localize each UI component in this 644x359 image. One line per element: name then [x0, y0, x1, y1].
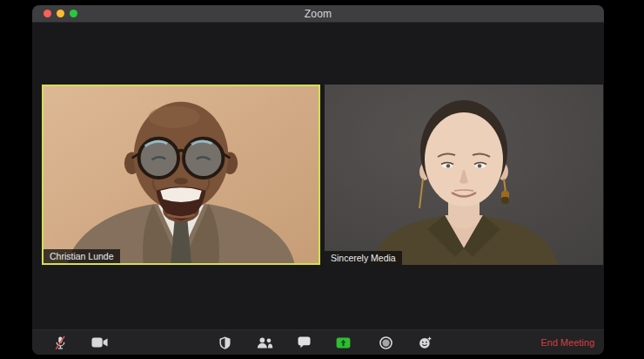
portrait-man-illustration	[44, 86, 319, 263]
security-button[interactable]	[213, 330, 236, 355]
participants-icon	[257, 337, 273, 349]
microphone-button[interactable]	[49, 330, 71, 355]
participants-button[interactable]	[253, 330, 276, 355]
participant-name-label: Sincerely Media	[325, 251, 402, 265]
chat-icon	[298, 336, 311, 349]
video-camera-icon	[91, 337, 108, 348]
end-meeting-button[interactable]: End Meeting	[540, 330, 594, 355]
microphone-muted-icon	[54, 335, 66, 350]
record-icon	[379, 336, 392, 349]
zoom-app-window: Zoom	[32, 5, 604, 355]
video-tile-christian-lunde[interactable]: Christian Lunde	[42, 85, 320, 265]
close-window-button[interactable]	[44, 10, 51, 17]
portrait-woman-illustration	[325, 85, 603, 265]
reactions-button[interactable]	[413, 330, 436, 355]
chat-button[interactable]	[292, 330, 315, 355]
record-button[interactable]	[374, 330, 397, 355]
minimize-window-button[interactable]	[57, 10, 64, 17]
fullscreen-window-button[interactable]	[70, 10, 77, 17]
participant-name-label: Christian Lunde	[44, 249, 120, 263]
traffic-lights	[44, 5, 77, 22]
video-tile-sincerely-media[interactable]: Sincerely Media	[325, 85, 603, 265]
video-button[interactable]	[88, 330, 111, 355]
security-shield-icon	[219, 336, 231, 349]
window-title: Zoom	[305, 8, 332, 20]
window-titlebar[interactable]: Zoom	[32, 5, 604, 23]
share-screen-button[interactable]	[332, 330, 354, 355]
share-screen-icon	[336, 337, 351, 349]
video-grid: Christian Lunde	[32, 23, 604, 329]
reactions-icon	[419, 336, 432, 349]
meeting-toolbar: End Meeting	[32, 329, 604, 355]
